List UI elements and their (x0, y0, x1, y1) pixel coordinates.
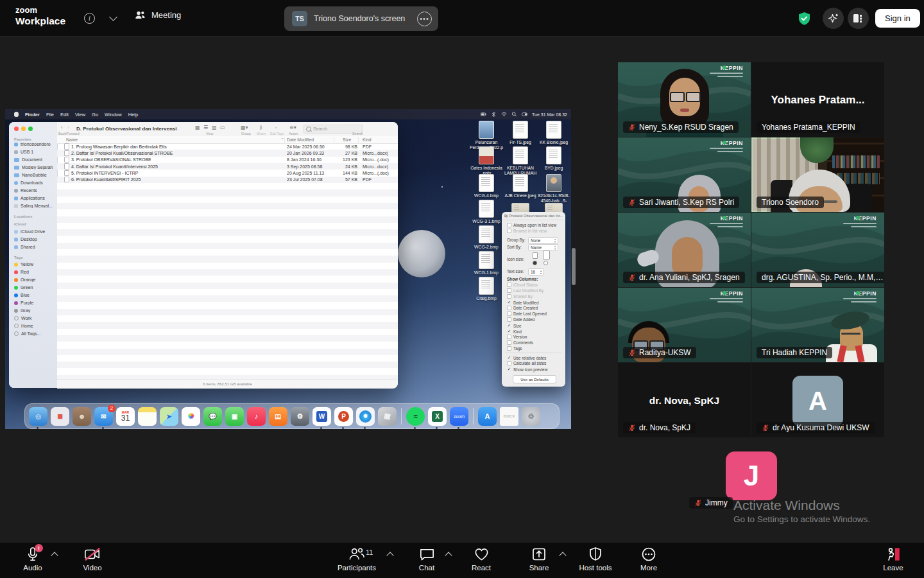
sidebar-item-recents[interactable]: Recents (14, 188, 55, 193)
close-window-button[interactable] (14, 127, 19, 131)
sidebar-item-usb[interactable]: USB 1 (14, 150, 55, 154)
participant-tile-agustina[interactable]: KEPPIN drg. AGUSTINA, Sp. Perio., M.M, .… (751, 213, 884, 287)
sidebar-item-document[interactable]: Document (14, 157, 55, 162)
tab-shared-screen[interactable]: TS Triono Soendoro's screen ••• (284, 6, 438, 31)
participant-tile-ana[interactable]: KEPPIN dr. Ana Yuliani, SpKJ, Sragen (618, 213, 751, 287)
dock-zoom-icon[interactable]: zoom (450, 407, 468, 426)
desktop-icon[interactable]: KEBUTUHAN LAMPU RUMAH IB (503, 146, 538, 174)
group-by-select[interactable]: None▴▾ (528, 237, 558, 244)
participant-tile-ayu[interactable]: A Jimmy dr Ayu Kusuma Dewi UKSW (751, 363, 884, 437)
desktop-icon[interactable]: KK Blonki.jpeg (536, 121, 571, 146)
icon-view-icon[interactable]: ▦ (195, 125, 200, 130)
option-always-open[interactable]: Always open in list view (507, 223, 556, 228)
edit-tags-icon[interactable]: ⬪ (275, 125, 277, 130)
participant-tile-sari[interactable]: KEPPIN Sari Jiwanti, S.Kep RS Polri (618, 137, 751, 212)
dock-safari-icon[interactable]: ✸ (356, 407, 375, 426)
menu-view[interactable]: View (75, 112, 85, 118)
zoom-window-button[interactable] (28, 127, 33, 131)
sidebar-item-downloads[interactable]: Downloads (14, 180, 55, 185)
column-option[interactable]: Size (507, 323, 521, 328)
sidebar-tag-blue[interactable]: Blue (14, 293, 55, 297)
tab-options-icon[interactable]: ••• (417, 12, 432, 26)
sidebar-item-saling[interactable]: Saling Menyal... (14, 204, 55, 208)
use-as-defaults-button[interactable]: Use as Defaults (513, 375, 556, 383)
participant-tile-triono[interactable]: Triono Soendoro (751, 137, 884, 212)
action-menu-icon[interactable]: ⊖▾ (289, 125, 296, 130)
chat-button[interactable]: Chat (402, 547, 451, 572)
dock-roblox-icon[interactable] (378, 407, 397, 426)
sign-in-button[interactable]: Sign in (875, 9, 920, 28)
tab-meeting[interactable]: Meeting (135, 10, 181, 20)
sidebar-tag-yellow[interactable]: Yellow (14, 262, 55, 267)
desktop-icon[interactable]: Fir-TS.jpeg (503, 121, 538, 146)
dock-notes-icon[interactable] (138, 407, 157, 426)
list-view-icon[interactable]: ☰ (203, 125, 208, 130)
column-kind[interactable]: Kind (363, 137, 372, 142)
dock-trash-icon[interactable]: ♲ (522, 407, 540, 426)
dock-messages-icon[interactable]: 💬 (203, 407, 222, 426)
dock-music-icon[interactable]: ♪ (247, 407, 266, 426)
sidebar-tag-work[interactable]: Work (14, 316, 55, 320)
desktop-icon[interactable]: WCG-4.bmp (469, 174, 504, 200)
sidebar-tag-orange[interactable]: Orange (14, 277, 55, 282)
column-option[interactable]: Version (507, 335, 527, 340)
column-option[interactable]: Tags (507, 346, 522, 351)
desktop-icon[interactable]: BYD.jpeg (536, 146, 571, 174)
dock-settings-icon[interactable]: ⚙ (291, 407, 309, 426)
icon-size-large-radio[interactable] (543, 261, 548, 265)
sidebar-item-nanobubble[interactable]: NanoBubble (14, 173, 55, 177)
group-icon[interactable]: ▦▾ (241, 125, 248, 130)
dock-facetime-icon[interactable]: ▣ (225, 407, 244, 426)
desktop-icon[interactable]: 821d6c1c-95d8-4540-bab...9-3.JPG (536, 174, 571, 200)
dock-maps-icon[interactable]: ➤ (160, 407, 178, 426)
apple-menu-icon[interactable] (14, 112, 19, 117)
sidebar-tag-green[interactable]: Green (14, 285, 55, 290)
more-button[interactable]: More (624, 547, 673, 572)
dock-appstore-icon[interactable]: A (478, 407, 497, 426)
share-icon[interactable]: ⮭ (259, 125, 262, 130)
column-name[interactable]: Name (66, 137, 78, 142)
desktop-icon[interactable]: WCG-1.bmp (469, 251, 504, 277)
column-option[interactable]: Date Last Opened (507, 311, 547, 317)
chevron-down-icon[interactable] (109, 13, 117, 21)
sidebar-tag-red[interactable]: Red (14, 270, 55, 274)
menu-finder[interactable]: Finder (25, 112, 40, 118)
sidebar-item-shared[interactable]: Shared (14, 245, 55, 249)
menu-file[interactable]: File (46, 112, 54, 118)
participants-button[interactable]: Participants (332, 547, 381, 572)
audio-button[interactable]: ! Audio (8, 547, 57, 572)
column-size[interactable]: Size (343, 137, 351, 142)
dock-finder-icon[interactable]: ☺ (29, 407, 47, 426)
desktop-icon[interactable]: WCG-2.bmp (469, 225, 504, 251)
host-tools-button[interactable]: Host tools (571, 547, 620, 572)
participant-tile-yohanes[interactable]: Yohanes Pratam... Yohanes Pratama_KEPPIN (751, 62, 884, 137)
dock-launchpad-icon[interactable]: ▦ (51, 407, 69, 426)
dock-mail-icon[interactable]: ✉2 (94, 407, 113, 426)
desktop-icon[interactable]: AJB Cinere.jpeg (503, 174, 538, 200)
sidebar-item-icloud-drive[interactable]: iCloud Drive (14, 229, 55, 234)
dock-photos-icon[interactable]: ✺ (182, 407, 200, 426)
minimize-window-button[interactable] (21, 127, 26, 131)
participant-tile-tri-hadiah[interactable]: KEPPIN Tri Hadiah KEPPIN (751, 288, 884, 362)
desktop-icon[interactable]: Peluncuran Perdana...2022.pdf (469, 121, 504, 146)
dock-word-icon[interactable]: W (312, 407, 331, 426)
participant-tile-neny[interactable]: KEPPIN Neny_S.Kep RSUD Sragen (618, 62, 751, 137)
forward-button[interactable]: › (67, 125, 69, 130)
sidebar-item-home[interactable]: trionosoendoro (14, 142, 55, 146)
dock-calendar-icon[interactable]: MAR31 (116, 407, 135, 426)
sidebar-tag-purple[interactable]: Purple (14, 301, 55, 305)
info-icon[interactable]: i (84, 13, 95, 24)
desktop-icon[interactable]: Gates Indonesia .pptx (469, 146, 504, 174)
dock-document-icon[interactable]: DOCX (500, 407, 518, 426)
back-button[interactable]: ‹ (61, 125, 63, 130)
column-option[interactable]: Kind (507, 329, 522, 334)
participant-tile-raditya[interactable]: KEPPIN Raditya-UKSW (618, 288, 751, 362)
file-row[interactable]: 5. Protokol INTERVENSI - ICTRP 20 Aug 20… (57, 170, 398, 176)
file-row[interactable]: 6. Protokol Kuantitatif/SPIRIT 2025 23 J… (57, 177, 398, 183)
sidebar-all-tags[interactable]: All Tags... (14, 331, 55, 336)
dock-excel-icon[interactable]: X (428, 407, 447, 426)
sidebar-item-applications[interactable]: Applications (14, 196, 55, 200)
file-row[interactable]: 1. Proloog Wawasan Berpikir dan Bertinda… (57, 143, 398, 150)
column-view-icon[interactable]: ▥ (212, 125, 217, 130)
footer-option[interactable]: Calculate all sizes (507, 361, 546, 366)
